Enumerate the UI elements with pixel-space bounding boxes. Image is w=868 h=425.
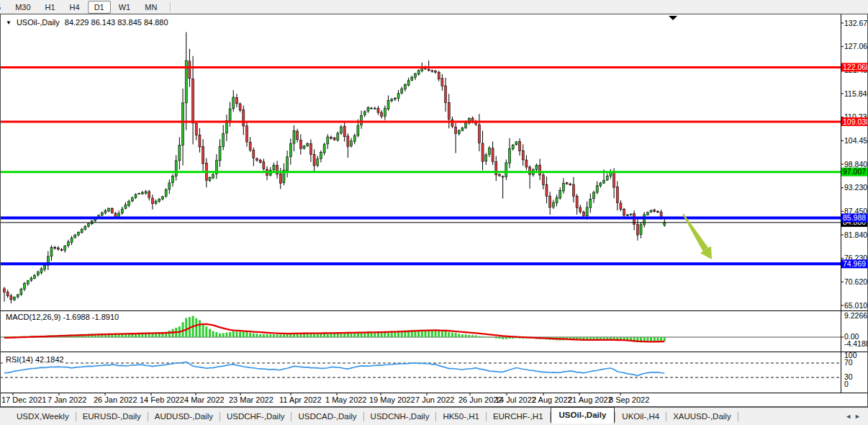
tab-eurchf-h1[interactable]: EURCHF-,H1 — [487, 410, 550, 423]
macd-axis-label: -4.4188 — [844, 339, 868, 348]
timeframe-5-button[interactable]: 5 — [0, 1, 7, 14]
price-tick-label: 104.450 — [844, 136, 868, 145]
toolbar-separator — [170, 2, 171, 12]
rsi-indicator-label: RSI(14) 42.1842 — [4, 355, 65, 364]
price-tick-label: 127.060 — [844, 42, 868, 50]
tab-usdx-weekly[interactable]: USDX,Weekly — [10, 410, 76, 423]
date-tick-label: 7 Jan 2022 — [48, 395, 86, 404]
tab-xauusd-daily[interactable]: XAUUSD-,Daily — [666, 410, 738, 423]
timeframe-m30-button[interactable]: M30 — [9, 1, 37, 14]
level-85.988-badge-label: 85.988 — [843, 213, 866, 222]
date-tick-label: 2 Aug 2022 — [532, 395, 572, 404]
price-tick-label: 81.840 — [844, 231, 867, 239]
chart-plot-area[interactable] — [1, 14, 842, 310]
date-tick-label: 8 Sep 2022 — [609, 395, 649, 404]
date-tick-label: 14 Feb 2022 — [140, 395, 184, 404]
timeframe-mn-button[interactable]: MN — [138, 1, 163, 14]
timeframe-h4-button[interactable]: H4 — [63, 1, 86, 14]
chart-tab-bar: USDX,WeeklyEURUSD-,DailyAUDUSD-,DailyUSD… — [0, 407, 868, 425]
date-tick-label: 11 Apr 2022 — [279, 395, 322, 404]
date-tick-label: 14 Jul 2022 — [495, 395, 536, 404]
timeframe-h1-button[interactable]: H1 — [39, 1, 62, 14]
tab-separator — [738, 412, 738, 421]
timeframe-d1-button[interactable]: D1 — [88, 1, 111, 14]
macd-axis-label: 9.2266 — [844, 311, 867, 320]
level-74.969-badge-label: 74.969 — [843, 259, 866, 268]
trading-terminal-window: 5M30H1H4D1W1MN 132.670127.060121.450115.… — [0, 0, 868, 425]
chart-ohlc-values: 84.229 86.143 83.845 84.880 — [65, 18, 168, 27]
date-tick-label: 21 Aug 2022 — [568, 395, 612, 404]
date-tick-label: 4 Mar 2022 — [184, 395, 225, 404]
level-97.007-badge-label: 97.007 — [843, 167, 866, 176]
tab-hk50-h1[interactable]: HK50-,H1 — [436, 410, 486, 423]
tab-usdcnh-daily[interactable]: USDCNH-,Daily — [364, 410, 436, 423]
rsi-axis-label: 0 — [844, 380, 849, 388]
chart-symbol-period: USOil-,Daily — [17, 18, 60, 27]
chart-window: 132.670127.060121.450115.840110.230104.4… — [0, 14, 868, 407]
chart-canvas: 132.670127.060121.450115.840110.230104.4… — [0, 14, 868, 407]
date-tick-label: 1 May 2022 — [325, 395, 366, 404]
price-tick-label: 93.230 — [844, 183, 867, 192]
price-tick-label: 132.670 — [844, 19, 868, 27]
rsi-axis-label: 70 — [844, 358, 853, 367]
date-tick-label: 7 Jun 2022 — [415, 395, 454, 404]
tab-eurusd-daily[interactable]: EURUSD-,Daily — [76, 410, 148, 423]
level-122.068-badge-label: 122.068 — [843, 63, 868, 71]
level-109.038-badge-label: 109.038 — [843, 117, 868, 126]
tab-ukoil-h4[interactable]: UKOil-,H4 — [615, 410, 666, 423]
tab-usoil-daily[interactable]: USOil-,Daily — [551, 407, 615, 424]
tab-scroll-right-icon[interactable]: ► — [854, 413, 864, 420]
timeframe-w1-button[interactable]: W1 — [112, 1, 137, 14]
macd-indicator-label: MACD(12,26,9) -1.6988 -1.8910 — [4, 313, 120, 321]
chart-title: ▼ USOil-,Daily 84.229 86.143 83.845 84.8… — [4, 18, 170, 27]
date-tick-label: 26 Jan 2022 — [94, 395, 137, 404]
tab-usdcad-daily[interactable]: USDCAD-,Daily — [291, 410, 363, 423]
price-tick-label: 70.620 — [844, 277, 867, 286]
price-tick-label: 65.010 — [844, 301, 867, 310]
tab-usdchf-daily[interactable]: USDCHF-,Daily — [220, 410, 291, 423]
tab-audusd-daily[interactable]: AUDUSD-,Daily — [148, 410, 220, 423]
date-tick-label: 17 Dec 2021 — [1, 395, 46, 404]
timeframe-toolbar: 5M30H1H4D1W1MN — [0, 0, 868, 14]
symbol-dropdown-icon[interactable]: ▼ — [6, 19, 12, 27]
date-tick-label: 23 Mar 2022 — [229, 395, 273, 404]
tab-scroll-left-icon[interactable]: ◄ — [845, 413, 854, 420]
date-tick-label: 19 May 2022 — [369, 395, 415, 404]
price-tick-label: 115.840 — [844, 89, 868, 98]
tab-scroll-arrows: ◄► — [845, 413, 868, 420]
